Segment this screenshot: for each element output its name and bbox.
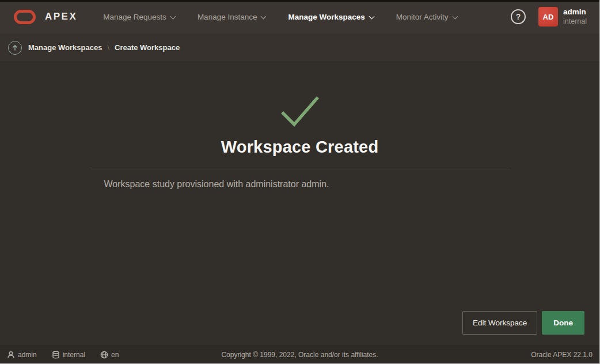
edit-workspace-button[interactable]: Edit Workspace [462, 311, 537, 335]
checkmark-icon [278, 93, 322, 128]
footer-user: admin [7, 351, 37, 359]
oracle-logo-icon [14, 10, 36, 24]
main-content: Workspace Created Workspace study provis… [0, 63, 599, 346]
avatar[interactable]: AD [538, 7, 558, 26]
database-icon [52, 351, 60, 359]
success-message: Workspace study provisioned with adminis… [90, 179, 510, 189]
user-meta: admin internal [563, 7, 587, 26]
user-name: admin [563, 7, 587, 17]
brand-title: APEX [45, 11, 77, 22]
up-arrow-icon[interactable] [8, 41, 22, 55]
success-region: Workspace Created Workspace study provis… [0, 63, 599, 189]
breadcrumb-separator: \ [107, 43, 109, 52]
breadcrumb-parent[interactable]: Manage Workspaces [28, 43, 102, 52]
breadcrumb: Manage Workspaces \ Create Workspace [0, 33, 599, 62]
nav-item-label: Manage Workspaces [288, 13, 364, 21]
nav-item-label: Monitor Activity [396, 13, 449, 21]
action-buttons: Edit Workspace Done [462, 311, 584, 335]
nav-item-manage-workspaces[interactable]: Manage Workspaces [277, 0, 385, 33]
nav-item-manage-instance[interactable]: Manage Instance [187, 0, 278, 33]
nav-item-label: Manage Requests [103, 13, 166, 21]
footer-user-label: admin [18, 351, 37, 359]
nav-item-label: Manage Instance [198, 13, 257, 21]
nav-item-manage-requests[interactable]: Manage Requests [92, 0, 187, 33]
footer: admin internal en Copyright © 1999, 2022… [0, 346, 599, 363]
chevron-down-icon [369, 13, 374, 18]
message-region: Workspace study provisioned with adminis… [90, 169, 510, 189]
footer-database: internal [52, 351, 85, 359]
footer-version: Oracle APEX 22.1.0 [531, 351, 593, 359]
top-nav: Manage Requests Manage Instance Manage W… [92, 0, 468, 33]
page-title: Workspace Created [221, 138, 379, 157]
top-bar-right: ? AD admin internal [511, 7, 587, 26]
footer-language: en [100, 351, 119, 359]
chevron-down-icon [170, 13, 176, 18]
nav-item-monitor-activity[interactable]: Monitor Activity [385, 0, 469, 33]
help-icon[interactable]: ? [511, 9, 526, 24]
breadcrumb-current: Create Workspace [115, 43, 180, 52]
done-button[interactable]: Done [542, 311, 584, 335]
globe-icon [100, 351, 108, 359]
top-bar: APEX Manage Requests Manage Instance Man… [0, 0, 599, 33]
person-icon [7, 351, 15, 359]
footer-copyright: Copyright © 1999, 2022, Oracle and/or it… [0, 351, 599, 359]
chevron-down-icon [453, 13, 458, 18]
user-context: internal [563, 17, 587, 26]
footer-language-label: en [111, 351, 119, 359]
apex-admin-window: APEX Manage Requests Manage Instance Man… [0, 0, 600, 364]
chevron-down-icon [261, 13, 266, 18]
footer-database-label: internal [63, 351, 85, 359]
